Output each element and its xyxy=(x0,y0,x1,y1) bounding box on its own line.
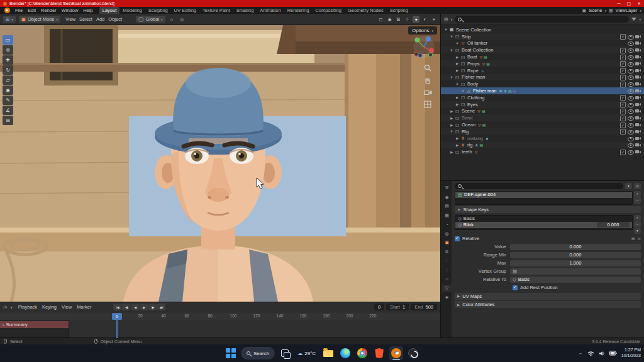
check-toggle[interactable] xyxy=(619,47,626,53)
camera-toggle[interactable] xyxy=(634,54,641,60)
expand-arrow[interactable]: ▼ xyxy=(455,41,460,45)
uv-maps-section-header[interactable]: ▶ UV Maps xyxy=(455,293,641,300)
workspace-tab-rendering[interactable]: Rendering xyxy=(284,7,313,14)
tool-rotate[interactable]: ↻ xyxy=(3,65,13,75)
battery-icon[interactable] xyxy=(609,351,617,356)
outliner-row-rig[interactable]: ▶ ⋔ rig ⋔▤ xyxy=(441,142,644,149)
timeline-menu-playback[interactable]: Playback xyxy=(16,304,39,310)
outliner-row-sand[interactable]: ▶ ▢ Sand xyxy=(441,114,644,121)
toggle-ortho-icon[interactable] xyxy=(424,101,431,108)
workspace-tab-shading[interactable]: Shading xyxy=(233,7,257,14)
mode-selector[interactable]: ▣ Object Mode▾ xyxy=(19,16,60,23)
shading-wireframe-icon[interactable]: ○ xyxy=(404,16,411,23)
check-toggle[interactable] xyxy=(619,54,626,60)
eye-toggle[interactable] xyxy=(626,54,634,60)
camera-toggle[interactable] xyxy=(634,95,641,101)
outliner-row-metarig[interactable]: ▶ ⋔ metarig ⋔ xyxy=(441,135,644,142)
relative-to-field[interactable]: ◇Basis xyxy=(510,277,641,283)
play-reverse-button[interactable]: ◀ xyxy=(131,304,139,310)
taskbar-app-task-view[interactable] xyxy=(278,346,292,360)
workspace-tab-texture-paint[interactable]: Texture Paint xyxy=(199,7,233,14)
viewport-menu-select[interactable]: Select xyxy=(77,16,94,22)
menu-edit[interactable]: Edit xyxy=(25,8,38,13)
expand-arrow[interactable]: ▶ xyxy=(455,96,460,99)
workspace-tab-uv-editing[interactable]: UV Editing xyxy=(171,7,199,14)
outliner-editor-icon[interactable]: ▤ xyxy=(444,17,448,22)
check-toggle[interactable] xyxy=(619,34,626,40)
jump-to-end-button[interactable]: ▶| xyxy=(157,304,165,310)
tool-transform[interactable]: ◉ xyxy=(3,85,13,95)
current-frame-field[interactable]: 0 xyxy=(374,304,384,310)
check-toggle[interactable] xyxy=(619,61,626,67)
curve-icon[interactable]: ∿ xyxy=(481,69,484,73)
mesh-icon[interactable]: ▽ xyxy=(479,55,482,59)
expand-arrow[interactable]: ▶ xyxy=(455,69,460,72)
options-dropdown[interactable]: Options▾ xyxy=(408,26,437,35)
remove-shape-key-button[interactable]: − xyxy=(634,221,641,228)
prev-keyframe-button[interactable]: ◀| xyxy=(122,304,130,310)
menu-file[interactable]: File xyxy=(13,8,25,13)
menu-window[interactable]: Window xyxy=(59,8,81,13)
eye-toggle[interactable] xyxy=(626,142,634,148)
eye-toggle[interactable] xyxy=(626,122,634,128)
outliner-row-scene[interactable]: ▶ ▢ Scene ▽▤ xyxy=(441,108,644,115)
expand-arrow[interactable]: ▶ xyxy=(455,102,460,106)
play-button[interactable]: ▶ xyxy=(140,304,148,310)
pan-hand-icon[interactable] xyxy=(424,77,431,84)
camera-toggle[interactable] xyxy=(634,47,641,53)
minimize-button[interactable]: ─ xyxy=(618,1,621,6)
outliner-row-boat[interactable]: ▶ ▢ Boat ▽▤ xyxy=(441,53,644,60)
expand-arrow[interactable]: ▶ xyxy=(449,150,454,154)
taskbar-app-file-explorer[interactable] xyxy=(321,346,335,360)
properties-search-input[interactable] xyxy=(455,183,623,189)
shape-key-pin-icon[interactable]: ⊙ xyxy=(638,236,641,241)
add-vertex-group-button[interactable]: ＋ xyxy=(634,191,641,197)
properties-tab-object[interactable]: ▣ xyxy=(442,239,452,246)
check-toggle[interactable] xyxy=(619,68,626,74)
check-toggle[interactable] xyxy=(619,149,626,155)
timeline-ruler[interactable]: 020406080100120140160180200220 xyxy=(0,312,440,320)
taskbar-app-obs[interactable] xyxy=(406,346,420,360)
eye-toggle[interactable] xyxy=(626,95,634,101)
camera-toggle[interactable] xyxy=(634,136,641,141)
vertex-group-field[interactable]: ▦ xyxy=(510,268,641,275)
expand-arrow[interactable]: ▼ xyxy=(449,48,454,52)
viewport-menu-object[interactable]: Object xyxy=(106,16,124,22)
properties-tab-particles[interactable]: ∴ xyxy=(442,257,452,265)
armature-icon[interactable]: ⋔ xyxy=(486,136,489,141)
tool-cursor[interactable]: ⊕ xyxy=(3,45,13,55)
outliner-row-props[interactable]: ▶ ▢ Props ▽▤ xyxy=(441,60,644,67)
jump-to-start-button[interactable]: |◀ xyxy=(113,304,121,310)
shading-rendered-icon[interactable]: ◕ xyxy=(430,16,437,23)
expand-arrow[interactable]: ▼ xyxy=(449,75,454,79)
tool-annotate[interactable]: ✎ xyxy=(3,96,13,105)
taskbar-app-edge[interactable] xyxy=(338,346,352,360)
workspace-tab-geometry-nodes[interactable]: Geometry Nodes xyxy=(345,7,387,14)
camera-toggle[interactable] xyxy=(634,74,641,80)
check-toggle[interactable] xyxy=(619,95,626,101)
viewport-menu-view[interactable]: View xyxy=(64,16,77,22)
timeline-menu-marker[interactable]: Marker xyxy=(75,304,93,310)
eye-toggle[interactable] xyxy=(626,129,634,134)
clock[interactable]: 1:27 PM 10/1/2023 xyxy=(621,348,641,359)
remove-vertex-group-button[interactable]: − xyxy=(634,197,641,204)
expand-arrow[interactable]: ▶ xyxy=(449,109,454,113)
start-button[interactable] xyxy=(224,346,238,360)
outliner-row-ocean[interactable]: ▶ ▢ Ocean ▽▤ xyxy=(441,121,644,128)
check-toggle[interactable] xyxy=(619,102,626,107)
outliner-row-body[interactable]: ▼ ▢ Body xyxy=(441,80,644,87)
view-layer-selector[interactable]: ViewLayer xyxy=(616,8,638,13)
add-shape-key-button[interactable]: ＋ xyxy=(634,215,641,221)
shading-material-icon[interactable]: ◐ xyxy=(421,16,428,23)
eye-toggle[interactable] xyxy=(626,74,634,80)
frame-start-field[interactable]: Start1 xyxy=(386,304,409,310)
wifi-icon[interactable] xyxy=(587,351,594,356)
camera-toggle[interactable] xyxy=(634,115,641,121)
summary-channel[interactable]: ▾ Summary xyxy=(0,321,69,328)
maximize-button[interactable]: ▢ xyxy=(627,1,631,6)
expand-arrow[interactable]: ▶ xyxy=(449,123,454,127)
camera-toggle[interactable] xyxy=(634,129,641,134)
close-button[interactable]: ✕ xyxy=(637,1,641,6)
xray-icon[interactable]: ⊠ xyxy=(395,16,402,23)
tool-measure[interactable]: ∡ xyxy=(3,106,13,115)
